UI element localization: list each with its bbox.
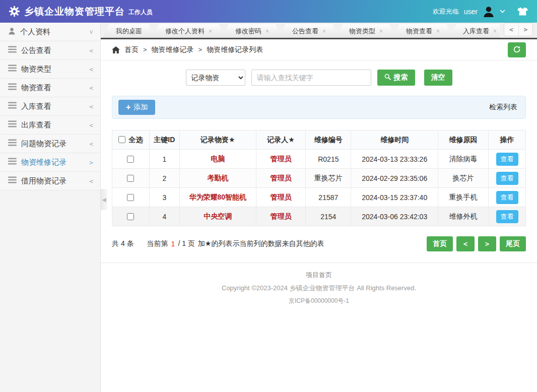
tab-scroll-right-button[interactable]: >: [518, 23, 532, 36]
sidebar-item-入库查看[interactable]: 入库查看<: [0, 97, 100, 116]
theme-shirt-icon[interactable]: [517, 7, 528, 16]
tab-close-icon[interactable]: ×: [209, 28, 212, 35]
cell-recorder[interactable]: 管理员: [256, 169, 306, 188]
tab-label: 入库查看: [463, 27, 489, 36]
content: 记录物资 搜索 清空: [101, 60, 537, 392]
breadcrumb-item[interactable]: 物资维修记录: [152, 45, 194, 54]
tab-物资查看[interactable]: 物资查看×: [393, 24, 453, 38]
sidebar-item-label: 物资类型: [21, 64, 89, 74]
refresh-button[interactable]: [508, 42, 526, 57]
chevron-icon: >: [89, 159, 93, 166]
first-page-button[interactable]: 首页: [427, 236, 453, 251]
breadcrumb-item[interactable]: 首页: [124, 45, 139, 54]
row-checkbox[interactable]: [127, 156, 134, 163]
cell-time: 2024-03-15 23:37:40: [351, 188, 438, 207]
view-button[interactable]: 查看: [496, 153, 518, 166]
app-header: 乡镇企业物资管理平台 工作人员 欢迎光临 user: [0, 0, 537, 23]
menu-icon: [8, 176, 17, 185]
list-label: 检索列表: [489, 103, 519, 112]
tab-修改个人资料[interactable]: 修改个人资料×: [152, 24, 225, 38]
avatar[interactable]: [483, 6, 495, 18]
sidebar-item-物资维修记录[interactable]: 物资维修记录>: [0, 153, 100, 172]
column-header: 全选: [112, 130, 150, 150]
username: user: [464, 8, 478, 16]
tab-close-icon[interactable]: ×: [436, 28, 440, 35]
cell-item[interactable]: 考勤机: [179, 169, 256, 188]
clear-button[interactable]: 清空: [424, 70, 452, 86]
column-header: 记录人★: [256, 130, 306, 150]
add-button[interactable]: + 添加: [118, 100, 155, 115]
sidebar-item-借用物资记录[interactable]: 借用物资记录<: [0, 172, 100, 190]
gear-icon: [9, 6, 20, 17]
next-page-button[interactable]: >: [478, 236, 496, 251]
cell-item[interactable]: 华为荣耀80智能机: [179, 188, 256, 207]
sidebar-item-label: 入库查看: [21, 102, 89, 111]
tab-修改密码[interactable]: 修改密码×: [222, 24, 282, 38]
sidebar-item-出库查看[interactable]: 出库查看<: [0, 116, 100, 135]
cell-code: 21587: [306, 188, 351, 207]
tab-入库查看[interactable]: 入库查看×: [450, 24, 500, 38]
chevron-down-icon[interactable]: [500, 10, 505, 14]
cell-time: 2024-02-29 23:35:06: [351, 169, 438, 188]
column-header: 主键ID: [149, 130, 179, 150]
last-page-button[interactable]: 尾页: [500, 236, 526, 251]
app-title: 乡镇企业物资管理平台: [24, 5, 125, 18]
menu-icon: [8, 102, 17, 111]
cell-id: 2: [149, 169, 179, 188]
menu-icon: [8, 83, 17, 92]
menu-icon: [8, 139, 17, 148]
view-button[interactable]: 查看: [496, 191, 518, 204]
tab-scroll-left-button[interactable]: <: [504, 23, 518, 36]
sidebar-item-label: 借用物资记录: [21, 176, 89, 186]
layout: 个人资料<公告查看<物资类型<物资查看<入库查看<出库查看<问题物资记录<物资维…: [0, 23, 537, 392]
cell-id: 3: [149, 188, 179, 207]
cell-recorder[interactable]: 管理员: [256, 188, 306, 207]
tab-我的桌面[interactable]: 我的桌面: [103, 24, 155, 38]
sidebar-item-个人资料[interactable]: 个人资料<: [0, 23, 100, 41]
pager: 首页 < > 尾页: [427, 236, 526, 251]
tab-close-icon[interactable]: ×: [493, 28, 497, 35]
plus-icon: +: [126, 103, 130, 112]
search-field-select[interactable]: 记录物资: [186, 70, 245, 86]
tab-close-icon[interactable]: ×: [379, 28, 383, 35]
tab-物资类型[interactable]: 物资类型×: [336, 24, 396, 38]
pagination-info: 共 4 条 当前第 1 / 1 页 加★的列表示当前列的数据来自其他的表: [112, 239, 324, 248]
cell-recorder[interactable]: 管理员: [256, 207, 306, 226]
prev-page-button[interactable]: <: [456, 236, 475, 251]
table-row: 4中央空调管理员21542024-03-06 23:42:03维修外机查看: [112, 207, 526, 226]
cell-id: 4: [149, 207, 179, 226]
tab-close-icon[interactable]: ×: [265, 28, 269, 35]
row-checkbox[interactable]: [127, 194, 134, 201]
row-checkbox[interactable]: [127, 175, 134, 182]
search-input[interactable]: [251, 70, 371, 86]
select-all-label: 全选: [128, 136, 143, 144]
cell-item[interactable]: 电脑: [179, 150, 256, 169]
cell-item[interactable]: 中央空调: [179, 207, 256, 226]
sidebar-item-问题物资记录[interactable]: 问题物资记录<: [0, 135, 100, 153]
user-area: 欢迎光临 user: [433, 6, 528, 18]
sidebar-item-label: 问题物资记录: [21, 139, 89, 149]
tab-label: 修改个人资料: [165, 27, 205, 36]
cell-recorder[interactable]: 管理员: [256, 150, 306, 169]
tab-公告查看[interactable]: 公告查看×: [279, 24, 339, 38]
cell-reason: 维修外机: [438, 207, 488, 226]
sidebar-collapse-handle[interactable]: ◀: [101, 189, 107, 210]
select-all-checkbox[interactable]: [118, 136, 125, 143]
menu-icon: [8, 46, 17, 55]
sidebar-item-物资查看[interactable]: 物资查看<: [0, 79, 100, 97]
records-table: 全选主键ID记录物资★记录人★维修编号维修时间维修原因操作 1电脑管理员R021…: [112, 130, 526, 226]
chevron-icon: <: [89, 177, 93, 185]
home-icon: [112, 46, 120, 53]
tab-close-icon[interactable]: ×: [322, 28, 326, 35]
sidebar-item-公告查看[interactable]: 公告查看<: [0, 41, 100, 60]
footer-copyright: Copyright ©2023-2024 乡镇企业物资管理平台 All Righ…: [101, 284, 537, 293]
cell-code: 重换芯片: [306, 169, 351, 188]
view-button[interactable]: 查看: [496, 210, 518, 223]
footer-project-link: 项目首页: [101, 271, 537, 280]
sidebar-item-物资类型[interactable]: 物资类型<: [0, 60, 100, 79]
search-button[interactable]: 搜索: [377, 70, 415, 86]
column-header: 维修原因: [438, 130, 488, 150]
sidebar-item-label: 物资维修记录: [21, 158, 89, 167]
row-checkbox[interactable]: [127, 213, 134, 220]
view-button[interactable]: 查看: [496, 172, 518, 185]
